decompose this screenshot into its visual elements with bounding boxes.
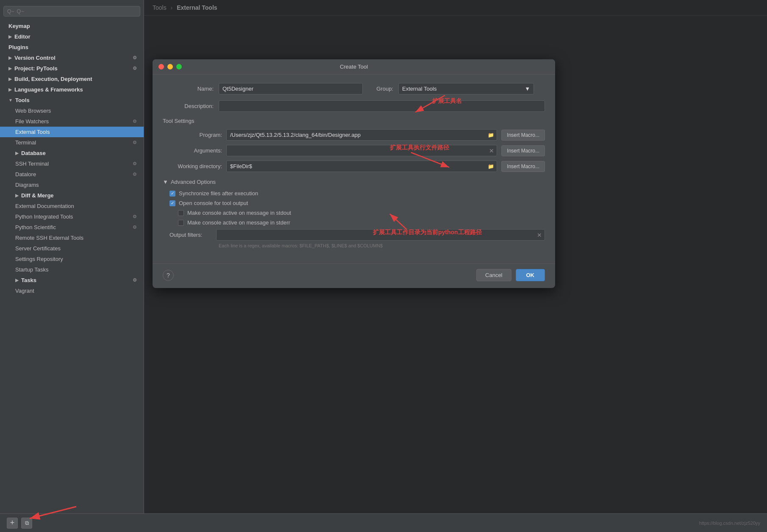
make-active-stderr-checkbox[interactable] bbox=[178, 220, 184, 226]
sync-files-row: Synchronize files after execution bbox=[163, 190, 545, 197]
bottom-bar: + ⧉ https://blog.csdn.net/zjz520yy bbox=[0, 513, 767, 532]
make-active-stdout-label: Make console active on message in stdout bbox=[187, 210, 291, 216]
minimize-button[interactable] bbox=[167, 64, 173, 69]
group-label: Group: bbox=[368, 86, 393, 92]
close-button[interactable] bbox=[158, 64, 164, 69]
sidebar-item-ext-doc[interactable]: External Documentation bbox=[0, 201, 144, 211]
arguments-insert-macro-button[interactable]: Insert Macro... bbox=[501, 145, 545, 156]
sidebar-item-remote-ssh[interactable]: Remote SSH External Tools bbox=[0, 233, 144, 243]
dialog-body: Name: Group: External Tools ▼ Descriptio… bbox=[153, 75, 555, 263]
settings-icon: ⚙ bbox=[133, 214, 137, 219]
sidebar-item-diff-merge[interactable]: ▶ Diff & Merge bbox=[0, 190, 144, 201]
working-dir-input-wrap: 📁 bbox=[226, 161, 497, 172]
open-console-label: Open console for tool output bbox=[179, 200, 248, 206]
settings-icon: ⚙ bbox=[133, 172, 137, 177]
advanced-toggle[interactable]: ▼ Advanced Options bbox=[163, 179, 545, 185]
dialog-overlay: Create Tool Name: Group: External Tools … bbox=[144, 0, 767, 513]
description-label: Description: bbox=[163, 103, 214, 109]
settings-icon: ⚙ bbox=[133, 161, 137, 166]
advanced-triangle: ▼ bbox=[163, 179, 168, 185]
sidebar-item-datalore[interactable]: Datalore ⚙ bbox=[0, 169, 144, 180]
sidebar-item-version-control[interactable]: ▶ Version Control ⚙ bbox=[0, 53, 144, 63]
sidebar-item-build[interactable]: ▶ Build, Execution, Deployment bbox=[0, 74, 144, 84]
make-active-stderr-label: Make console active on message in stderr bbox=[187, 219, 290, 226]
add-button[interactable]: + bbox=[7, 518, 18, 529]
help-button[interactable]: ? bbox=[163, 270, 174, 281]
working-dir-row: Working directory: 📁 Insert Macro... bbox=[163, 161, 545, 172]
sync-files-checkbox[interactable] bbox=[170, 191, 175, 197]
description-input[interactable] bbox=[219, 100, 545, 112]
sidebar-item-editor[interactable]: ▶ Editor bbox=[0, 31, 144, 42]
clear-icon[interactable]: ✕ bbox=[489, 147, 494, 154]
output-filter-input[interactable] bbox=[217, 230, 545, 240]
sidebar-item-file-watchers[interactable]: File Watchers ⚙ bbox=[0, 116, 144, 127]
search-bar[interactable]: Q~ bbox=[3, 6, 140, 17]
search-icon: Q~ bbox=[7, 8, 14, 14]
settings-icon: ⚙ bbox=[133, 140, 137, 145]
settings-icon: ⚙ bbox=[133, 66, 137, 71]
sidebar-item-database[interactable]: ▶ Database bbox=[0, 148, 144, 158]
dialog-titlebar: Create Tool bbox=[153, 59, 555, 75]
expand-icon: ▶ bbox=[8, 77, 12, 81]
open-console-row: Open console for tool output bbox=[163, 200, 545, 206]
name-group-row: Name: Group: External Tools ▼ bbox=[163, 83, 545, 94]
browse-icon[interactable]: 📁 bbox=[488, 163, 494, 169]
tool-settings-header: Tool Settings bbox=[163, 118, 545, 124]
make-active-stdout-checkbox[interactable] bbox=[178, 210, 184, 216]
sidebar-item-keymap[interactable]: Keymap bbox=[0, 21, 144, 31]
footer-buttons: Cancel OK bbox=[476, 269, 545, 281]
output-filter-input-wrap: ✕ bbox=[216, 229, 545, 241]
arguments-input[interactable] bbox=[227, 145, 497, 156]
sidebar-item-tasks[interactable]: ▶ Tasks ⚙ bbox=[0, 275, 144, 285]
sidebar-item-startup-tasks[interactable]: Startup Tasks bbox=[0, 264, 144, 275]
create-tool-dialog: Create Tool Name: Group: External Tools … bbox=[153, 59, 555, 288]
sidebar-item-web-browsers[interactable]: Web Browsers bbox=[0, 105, 144, 116]
open-console-checkbox[interactable] bbox=[170, 200, 175, 206]
sidebar-item-tools[interactable]: ▼ Tools bbox=[0, 95, 144, 105]
sidebar-item-vagrant[interactable]: Vagrant bbox=[0, 285, 144, 296]
sidebar-item-terminal[interactable]: Terminal ⚙ bbox=[0, 137, 144, 148]
content-area: Tools › External Tools Create Tool bbox=[144, 0, 767, 513]
sidebar-item-python-scientific[interactable]: Python Scientific ⚙ bbox=[0, 222, 144, 233]
expand-icon: ▶ bbox=[8, 87, 12, 92]
advanced-options-section: ▼ Advanced Options Synchronize files aft… bbox=[163, 179, 545, 226]
working-dir-input[interactable] bbox=[227, 161, 497, 172]
sidebar-item-plugins[interactable]: Plugins bbox=[0, 42, 144, 53]
sidebar-item-ssh[interactable]: SSH Terminal ⚙ bbox=[0, 158, 144, 169]
arguments-label: Arguments: bbox=[163, 147, 222, 154]
sidebar-item-python-integrated[interactable]: Python Integrated Tools ⚙ bbox=[0, 211, 144, 222]
working-dir-label: Working directory: bbox=[163, 163, 222, 169]
program-input[interactable] bbox=[227, 130, 497, 140]
output-filter-hint: Each line is a regex, available macros: … bbox=[163, 243, 545, 248]
ok-button[interactable]: OK bbox=[516, 269, 545, 281]
workingdir-insert-macro-button[interactable]: Insert Macro... bbox=[501, 161, 545, 172]
program-row: Program: 📁 Insert Macro... bbox=[163, 129, 545, 141]
maximize-button[interactable] bbox=[176, 64, 182, 69]
make-active-stderr-row: Make console active on message in stderr bbox=[163, 219, 545, 226]
settings-icon: ⚙ bbox=[133, 119, 137, 124]
search-input[interactable] bbox=[17, 8, 136, 14]
sidebar-item-settings-repo[interactable]: Settings Repository bbox=[0, 254, 144, 264]
dropdown-icon: ▼ bbox=[525, 86, 530, 92]
sidebar-item-languages[interactable]: ▶ Languages & Frameworks bbox=[0, 84, 144, 95]
window-buttons bbox=[158, 64, 182, 69]
settings-icon: ⚙ bbox=[133, 277, 137, 283]
program-insert-macro-button[interactable]: Insert Macro... bbox=[501, 130, 545, 141]
description-row: Description: bbox=[163, 100, 545, 112]
name-label: Name: bbox=[163, 86, 214, 92]
group-select[interactable]: External Tools ▼ bbox=[398, 83, 534, 94]
expand-icon: ▶ bbox=[15, 278, 19, 283]
sidebar-item-diagrams[interactable]: Diagrams bbox=[0, 180, 144, 190]
copy-button[interactable]: ⧉ bbox=[21, 518, 32, 529]
expand-icon: ▶ bbox=[15, 193, 19, 198]
sidebar-item-project-pytools[interactable]: ▶ Project: PyTools ⚙ bbox=[0, 63, 144, 74]
clear-icon[interactable]: ✕ bbox=[537, 232, 542, 238]
name-input[interactable] bbox=[219, 83, 363, 94]
bottom-left: + ⧉ bbox=[7, 518, 32, 529]
bottom-url: https://blog.csdn.net/zjz520yy bbox=[699, 521, 760, 526]
sidebar-item-external-tools[interactable]: External Tools bbox=[0, 127, 144, 137]
sidebar-item-server-certs[interactable]: Server Certificates bbox=[0, 243, 144, 254]
make-active-stdout-row: Make console active on message in stdout bbox=[163, 210, 545, 216]
browse-icon[interactable]: 📁 bbox=[488, 132, 494, 138]
cancel-button[interactable]: Cancel bbox=[476, 269, 511, 281]
